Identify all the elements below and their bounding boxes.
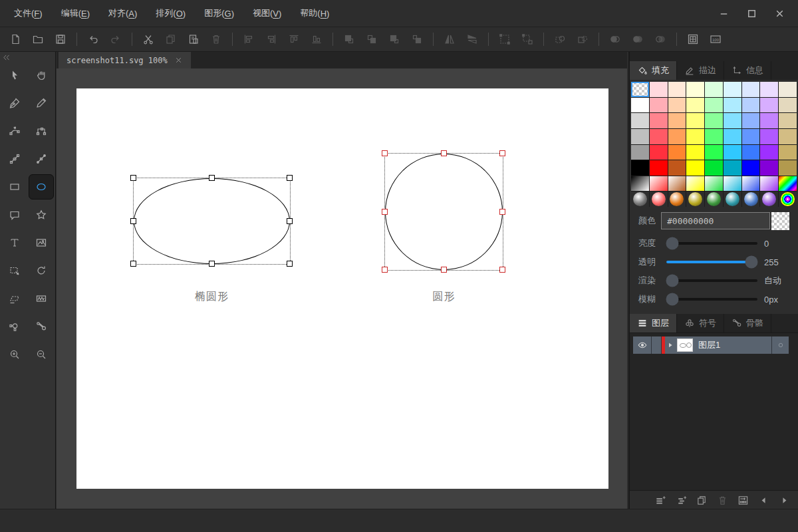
- selection-handle[interactable]: [499, 150, 505, 156]
- tool-zoom-out[interactable]: [29, 342, 54, 367]
- render-slider[interactable]: [666, 273, 757, 288]
- tool-node-corner[interactable]: [29, 118, 54, 144]
- color-swatch-cell[interactable]: [742, 192, 760, 207]
- color-swatch-cell[interactable]: [705, 160, 723, 176]
- color-swatch-cell[interactable]: [705, 176, 723, 192]
- color-swatch-cell[interactable]: [724, 82, 741, 97]
- color-swatch-cell[interactable]: [650, 113, 668, 128]
- color-swatch-cell[interactable]: [724, 98, 741, 113]
- tool-rotate[interactable]: [29, 258, 54, 283]
- selection-handle[interactable]: [441, 267, 447, 273]
- layers-tab-bone-tab[interactable]: 骨骼: [724, 314, 771, 332]
- color-swatch-cell[interactable]: [631, 145, 649, 160]
- slider-track[interactable]: [666, 279, 757, 282]
- selection-handle[interactable]: [499, 209, 505, 215]
- prev-layer-button[interactable]: [756, 493, 771, 507]
- color-swatch-cell[interactable]: [650, 176, 668, 192]
- minimize-button[interactable]: [712, 3, 735, 23]
- new-file-button[interactable]: [5, 30, 25, 49]
- color-swatch-cell[interactable]: [668, 145, 686, 160]
- color-swatch-cell[interactable]: [650, 145, 668, 160]
- color-swatch-cell[interactable]: [631, 113, 649, 128]
- layers-tab-layers-list[interactable]: 图层: [630, 314, 677, 332]
- color-swatch-cell[interactable]: [760, 82, 778, 97]
- add-sublayer-button[interactable]: [674, 493, 688, 507]
- slider-handle[interactable]: [745, 256, 758, 269]
- selection-handle[interactable]: [130, 218, 136, 224]
- slider-track[interactable]: [666, 261, 757, 263]
- tool-zoom-in[interactable]: [2, 342, 27, 367]
- color-swatch-cell[interactable]: [742, 113, 760, 128]
- color-swatch-cell[interactable]: [742, 82, 760, 97]
- color-swatch-cell[interactable]: [650, 82, 668, 97]
- selection-handle[interactable]: [209, 175, 215, 181]
- canvas-shape-circle[interactable]: [385, 154, 503, 270]
- fill-tab-fill-bucket[interactable]: 填充: [630, 61, 677, 80]
- color-swatch-cell[interactable]: [760, 98, 778, 113]
- layer-lock-cell[interactable]: [652, 336, 662, 354]
- color-swatch-cell[interactable]: [668, 82, 686, 97]
- color-swatch-cell[interactable]: [686, 160, 704, 176]
- canvas-shape-ellipse[interactable]: [134, 178, 290, 264]
- toggle-grid-button[interactable]: [683, 30, 703, 49]
- color-swatch-cell[interactable]: [668, 160, 686, 176]
- color-swatch-cell[interactable]: [668, 98, 686, 113]
- color-swatch-cell[interactable]: [724, 176, 741, 192]
- color-swatch-cell[interactable]: [742, 145, 760, 160]
- color-swatch-cell[interactable]: [779, 176, 797, 192]
- slider-track[interactable]: [666, 298, 757, 301]
- undo-button[interactable]: [83, 30, 103, 49]
- menu-item-help[interactable]: 帮助(H): [291, 0, 338, 27]
- fill-tab-info-axes[interactable]: 信息: [724, 61, 771, 80]
- color-swatch-cell[interactable]: [724, 113, 741, 128]
- layer-list[interactable]: 图层1: [630, 332, 798, 491]
- color-swatch-cell[interactable]: [650, 129, 668, 144]
- color-swatch-cell[interactable]: [631, 192, 649, 207]
- color-swatch-cell[interactable]: [779, 160, 797, 176]
- color-swatch-cell[interactable]: [705, 113, 723, 128]
- document-tab[interactable]: screenshot11.svg 100%: [59, 52, 191, 68]
- color-swatch-cell[interactable]: [686, 98, 704, 113]
- color-swatch-cell[interactable]: [668, 192, 686, 207]
- tool-probe[interactable]: [2, 314, 27, 339]
- color-swatch-cell[interactable]: [650, 98, 668, 113]
- tool-speech-bubble[interactable]: [2, 202, 27, 227]
- color-swatch-cell[interactable]: [760, 192, 778, 207]
- open-file-button[interactable]: [28, 30, 48, 49]
- close-button[interactable]: [767, 3, 791, 23]
- color-swatch-cell[interactable]: [705, 98, 723, 113]
- zoom-100-button[interactable]: 100: [706, 30, 726, 49]
- color-swatch-cell[interactable]: [779, 129, 797, 144]
- color-swatch-cell[interactable]: [631, 98, 649, 113]
- tab-close-icon[interactable]: [174, 56, 183, 65]
- brightness-slider[interactable]: [666, 236, 757, 251]
- color-swatch-cell[interactable]: [760, 160, 778, 176]
- duplicate-layer-button[interactable]: [694, 493, 709, 507]
- tool-path-segment[interactable]: [29, 146, 54, 172]
- color-swatch-cell[interactable]: [779, 192, 797, 207]
- color-swatch-cell[interactable]: [686, 113, 704, 128]
- menu-item-edit[interactable]: 编辑(E): [53, 0, 98, 27]
- tool-select[interactable]: [2, 63, 27, 88]
- menu-item-shape[interactable]: 图形(G): [196, 0, 243, 27]
- menu-item-view[interactable]: 视图(V): [244, 0, 290, 27]
- selection-handle[interactable]: [130, 261, 136, 267]
- selection-handle[interactable]: [287, 218, 293, 224]
- cut-button[interactable]: [138, 30, 158, 49]
- color-swatch-cell[interactable]: [631, 129, 649, 144]
- selection-handle[interactable]: [130, 175, 136, 181]
- color-swatch-cell[interactable]: [760, 129, 778, 144]
- color-swatch-cell[interactable]: [705, 192, 723, 207]
- color-swatch-cell[interactable]: [760, 145, 778, 160]
- color-swatch-cell[interactable]: [724, 129, 741, 144]
- color-swatch-cell[interactable]: [724, 145, 741, 160]
- next-layer-button[interactable]: [777, 493, 791, 507]
- selection-handle[interactable]: [287, 261, 293, 267]
- selection-handle[interactable]: [382, 150, 388, 156]
- selection-handle[interactable]: [287, 175, 293, 181]
- color-swatch-cell[interactable]: [650, 160, 668, 176]
- color-swatch-cell[interactable]: [631, 82, 649, 97]
- save-file-button[interactable]: [51, 30, 70, 49]
- color-swatch-cell[interactable]: [760, 176, 778, 192]
- tool-path-anchor[interactable]: [2, 146, 27, 172]
